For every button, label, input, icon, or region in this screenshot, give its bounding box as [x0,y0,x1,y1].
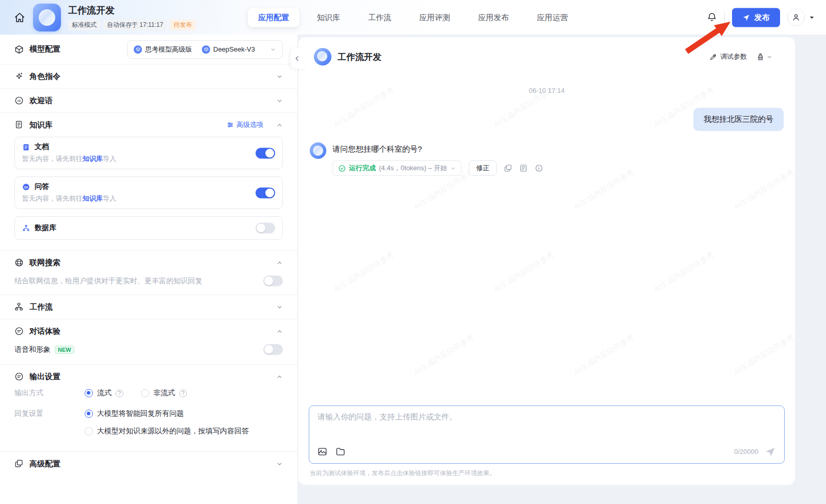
clear-context-button[interactable] [756,53,772,61]
voice-avatar-label: 语音和形象 [14,345,51,354]
globe-icon [14,258,24,267]
run-status-pill[interactable]: 运行完成 (4.4s，0tokens) – 开始 [332,160,462,176]
doc-toggle[interactable] [256,148,275,158]
copy-squares-icon [14,459,24,468]
upload-file-icon[interactable] [336,447,345,457]
debug-params-button[interactable]: 调试参数 [709,52,747,61]
chevron-down-icon [276,304,283,311]
knowledge-link[interactable]: 知识库 [83,155,103,162]
qa-toggle[interactable] [256,187,275,198]
user-message-bubble: 我想挂北医三院的号 [693,108,784,131]
database-toggle[interactable] [256,223,275,234]
char-counter: 0/20000 [734,448,758,456]
radio-icon[interactable] [85,427,93,435]
publish-button[interactable]: 发布 [732,8,780,27]
sliders-icon [227,121,234,128]
section-advanced-config[interactable]: 高级配置 [0,452,297,476]
hierarchy-icon [22,224,30,232]
info-icon[interactable] [535,164,543,172]
tab-app-config[interactable]: 应用配置 [248,8,299,27]
chat-title: 工作流开发 [338,51,382,63]
mode-badge: 标准模式 [68,20,100,30]
chat-lines-icon [14,327,24,336]
bot-avatar [310,142,326,159]
upload-image-icon[interactable] [317,447,327,457]
section-output-settings[interactable]: 输出设置 [0,365,297,388]
app-title: 工作流开发 [68,4,196,17]
qa-circle-icon: QA [22,183,30,191]
tab-evaluation[interactable]: 应用评测 [409,8,460,27]
preview-area: 工作流开发 调试参数 AI生成内容仅供参考AI生成内容仅供参考AI生成内容仅供参… [297,35,826,504]
tab-operation[interactable]: 应用运营 [527,8,578,27]
stream-option[interactable]: 流式 ? [85,388,123,398]
knowledge-link[interactable]: 知识库 [83,194,103,202]
section-knowledge-base[interactable]: 知识库 高级选项 [0,113,297,137]
document-icon [14,120,24,129]
check-circle-icon [338,165,346,172]
notification-bell-icon[interactable] [707,12,717,23]
model-chip-secondary: DeepSeek-V3 [202,45,267,54]
tab-release[interactable]: 应用发布 [468,8,519,27]
chat-input[interactable] [317,412,776,446]
chat-panel: 工作流开发 调试参数 AI生成内容仅供参考AI生成内容仅供参考AI生成内容仅供参… [298,37,795,485]
model-chip-primary: 思考模型高级版 [134,45,199,54]
autosave-badge: 自动保存于 17:11:17 [103,20,167,30]
section-workflow[interactable]: 工作流 [0,295,297,319]
qa-card: QA 问答 暂无内容，请先前往知识库导入 [14,176,283,209]
hi-circle-icon: Hi [14,96,24,105]
chat-timestamp: 06-10 17:14 [310,87,784,94]
web-search-toggle[interactable] [263,275,283,286]
doc-file-icon [22,143,30,151]
model-config-row: 模型配置 思考模型高级版 DeepSeek-V3 [0,35,297,64]
run-status-text: 运行完成 [349,164,376,173]
chevron-down-icon [270,46,276,53]
main-tabs: 应用配置 知识库 工作流 应用评测 应用发布 应用运营 [248,8,578,27]
collapse-panel-button[interactable] [291,48,307,69]
voice-avatar-toggle[interactable] [263,344,283,355]
reply-option-custom[interactable]: 大模型对知识来源以外的问题，按填写内容回答 [85,427,249,436]
non-stream-option[interactable]: 非流式 ? [141,388,187,398]
chevron-up-icon [276,122,283,128]
radio-checked-icon[interactable] [85,410,93,418]
section-role-instruction[interactable]: 角色指令 [0,64,297,88]
qa-card-hint: 暂无内容，请先前往知识库导入 [22,194,275,203]
reply-option-all[interactable]: 大模型将智能回复所有问题 [85,409,249,418]
doc-card: 文档 暂无内容，请先前往知识库导入 [14,137,283,169]
home-icon[interactable] [9,7,30,28]
model-cube-icon [202,45,210,54]
chevron-down-icon [450,166,456,171]
workflow-icon [14,302,24,312]
cube-icon [14,45,24,54]
bot-message-row: 请问您想挂哪个科室的号? 运行完成 (4.4s，0tokens) – 开始 修正 [310,142,784,176]
chat-message-area: AI生成内容仅供参考AI生成内容仅供参考AI生成内容仅供参考AI生成内容仅供参考… [298,76,795,405]
copy-icon[interactable] [504,164,512,172]
help-icon[interactable]: ? [116,389,123,397]
model-select[interactable]: 思考模型高级版 DeepSeek-V3 [127,40,283,59]
doc-card-hint: 暂无内容，请先前往知识库导入 [22,154,275,164]
chevron-down-icon [767,54,772,60]
help-icon[interactable]: ? [179,389,187,397]
section-welcome-message[interactable]: Hi 欢迎语 [0,89,297,112]
note-icon[interactable] [519,164,528,172]
tab-workflow[interactable]: 工作流 [358,8,402,27]
svg-text:QA: QA [24,185,28,188]
app-meta: 工作流开发 标准模式 自动保存于 17:11:17 待发布 [68,4,196,30]
tab-knowledge[interactable]: 知识库 [307,8,351,27]
radio-icon[interactable] [141,389,149,397]
user-avatar-icon[interactable] [787,9,805,26]
model-cube-icon [134,45,142,54]
advanced-options-link[interactable]: 高级选项 [227,120,263,129]
chevron-up-icon [276,328,283,335]
section-chat-experience[interactable]: 对话体验 [0,319,297,343]
chevron-down-icon [276,461,283,467]
section-web-search[interactable]: 联网搜索 [0,251,297,274]
chevron-down-icon[interactable] [809,14,815,20]
top-bar: 工作流开发 标准模式 自动保存于 17:11:17 待发布 应用配置 知识库 工… [0,0,826,35]
svg-text:Hi: Hi [18,99,21,103]
send-icon[interactable] [765,446,776,457]
chat-input-box[interactable]: 0/20000 [309,405,785,464]
fix-button[interactable]: 修正 [469,160,497,176]
broom-icon [756,53,765,61]
radio-checked-icon[interactable] [85,389,93,397]
user-menu[interactable] [787,9,815,26]
